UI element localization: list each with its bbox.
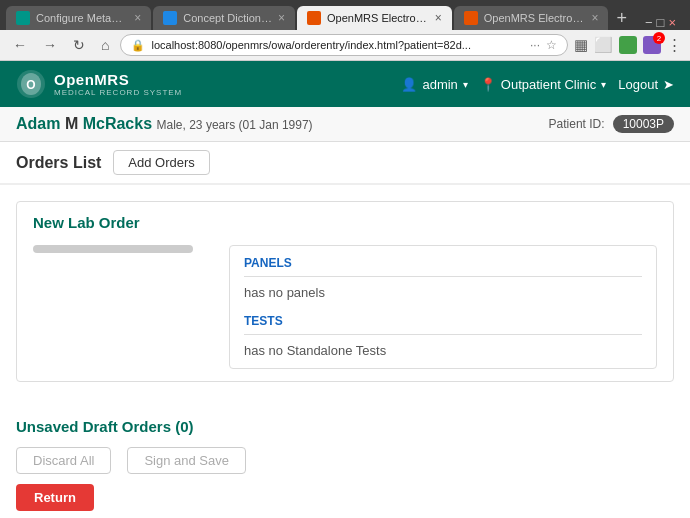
patient-last-name: McRacks [83,115,152,132]
tab-favicon-1 [16,11,30,25]
location-icon: 📍 [480,77,496,92]
openmrs-brand: OpenMRS MEDICAL RECORD SYSTEM [54,71,182,97]
browser-tab-3[interactable]: OpenMRS Electroni... × [297,6,452,30]
browser-tab-4[interactable]: OpenMRS Electroni... × [454,6,609,30]
panels-empty: has no panels [244,285,642,300]
more-icon: ··· [530,38,540,52]
patient-full-name: Adam M McRacks [16,115,157,132]
tab-label-1: Configure Metadata [36,12,128,24]
refresh-button[interactable]: ↻ [68,35,90,55]
back-button[interactable]: ← [8,35,32,55]
location-label: Outpatient Clinic [501,77,596,92]
admin-caret: ▾ [463,79,468,90]
patient-id-label: Patient ID: [549,117,605,131]
drafts-title: Unsaved Draft Orders (0) [16,418,674,435]
patient-info: Adam M McRacks Male, 23 years (01 Jan 19… [16,115,313,133]
window-close[interactable]: × [668,15,676,30]
tests-header: TESTS [244,314,642,335]
app-header: O OpenMRS MEDICAL RECORD SYSTEM 👤 admin … [0,61,690,107]
address-bar[interactable]: 🔒 localhost:8080/openmrs/owa/orderentry/… [120,34,568,56]
return-button[interactable]: Return [16,484,94,511]
patient-bar: Adam M McRacks Male, 23 years (01 Jan 19… [0,107,690,142]
tab-close-4[interactable]: × [591,11,598,25]
extension-wrap [619,36,637,54]
browser-tab-1[interactable]: Configure Metadata × [6,6,151,30]
tab-label-4: OpenMRS Electroni... [484,12,586,24]
tab-close-1[interactable]: × [134,11,141,25]
tab-favicon-4 [464,11,478,25]
star-icon[interactable]: ☆ [546,38,557,52]
lab-order-body: PANELS has no panels TESTS has no Standa… [33,245,657,369]
svg-text:O: O [26,78,35,92]
tab-close-2[interactable]: × [278,11,285,25]
bookmarks-icon[interactable]: ▦ [574,36,588,54]
lab-order-input-bar [33,245,193,253]
panels-header: PANELS [244,256,642,277]
patient-first-name: Adam [16,115,60,132]
main-content: New Lab Order PANELS has no panels TESTS… [0,185,690,418]
drafts-actions: Discard All Sign and Save [16,447,674,474]
extension-icon-2[interactable]: 2 [643,36,661,54]
home-button[interactable]: ⌂ [96,35,114,55]
window-minimize[interactable]: − [645,15,653,30]
patient-id-badge: 10003P [613,115,674,133]
lab-order-section-title: New Lab Order [33,214,657,231]
admin-icon: 👤 [401,77,417,92]
new-tab-button[interactable]: + [610,8,633,29]
logout-button[interactable]: Logout ➤ [618,77,674,92]
address-icons: ··· ☆ [530,38,557,52]
extension-icon-1[interactable] [619,36,637,54]
sign-and-save-button[interactable]: Sign and Save [127,447,246,474]
admin-label: admin [422,77,457,92]
browser-tab-2[interactable]: Concept Dictionary × [153,6,295,30]
logo-text: OpenMRS [54,71,129,88]
patient-id-area: Patient ID: 10003P [549,115,674,133]
tab-label-3: OpenMRS Electroni... [327,12,429,24]
location-caret: ▾ [601,79,606,90]
extension-wrap-2: 2 [643,36,661,54]
notification-badge: 2 [653,32,665,44]
tests-empty: has no Standalone Tests [244,343,642,358]
location-menu-button[interactable]: 📍 Outpatient Clinic ▾ [480,77,606,92]
tab-favicon-2 [163,11,177,25]
ssl-icon: 🔒 [131,39,145,52]
logout-label: Logout [618,77,658,92]
window-maximize[interactable]: □ [657,15,665,30]
discard-all-button[interactable]: Discard All [16,447,111,474]
lab-order-input-area [33,245,213,253]
chrome-menu-icon[interactable]: ⋮ [667,36,682,54]
address-text: localhost:8080/openmrs/owa/orderentry/in… [151,39,524,51]
logo-subtitle: MEDICAL RECORD SYSTEM [54,88,182,97]
orders-toolbar: Orders List Add Orders [0,142,690,185]
browser-controls: ← → ↻ ⌂ 🔒 localhost:8080/openmrs/owa/ord… [0,30,690,61]
browser-tabs: Configure Metadata × Concept Dictionary … [0,0,690,30]
admin-menu-button[interactable]: 👤 admin ▾ [401,77,467,92]
tab-label-2: Concept Dictionary [183,12,272,24]
browser-chrome: Configure Metadata × Concept Dictionary … [0,0,690,61]
openmrs-logo: O OpenMRS MEDICAL RECORD SYSTEM [16,69,182,99]
logout-icon: ➤ [663,77,674,92]
lab-order-section: New Lab Order PANELS has no panels TESTS… [16,201,674,382]
lab-order-panels: PANELS has no panels TESTS has no Standa… [229,245,657,369]
drafts-section: Unsaved Draft Orders (0) Discard All Sig… [0,418,690,518]
add-orders-button[interactable]: Add Orders [113,150,209,175]
patient-middle-name: M [65,115,78,132]
openmrs-logo-icon: O [16,69,46,99]
tab-close-3[interactable]: × [435,11,442,25]
orders-list-title: Orders List [16,154,101,172]
forward-button[interactable]: → [38,35,62,55]
tab-groups-icon[interactable]: ⬜ [594,36,613,54]
browser-right-icons: ▦ ⬜ 2 ⋮ [574,36,682,54]
tab-favicon-3 [307,11,321,25]
patient-demographics: Male, 23 years (01 Jan 1997) [157,118,313,132]
